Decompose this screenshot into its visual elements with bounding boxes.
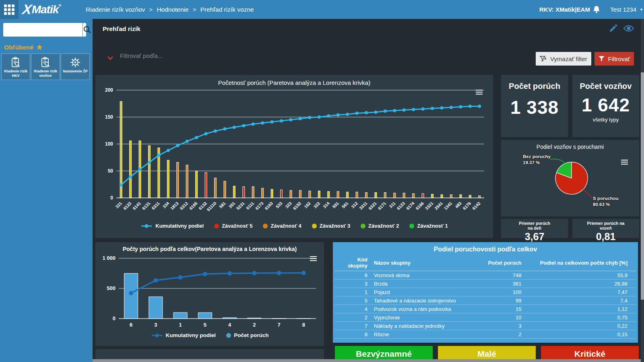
wagon-share-pie-panel: Podiel vozňov s poruchami Bez poruchy 19… <box>501 140 639 216</box>
table-cell: 0,22 <box>525 322 637 330</box>
filter-expand-chevron[interactable] <box>107 55 114 62</box>
legend-dot-marker <box>214 224 219 228</box>
user-menu[interactable]: Test 1234 ▼ <box>610 0 643 19</box>
funnel-icon <box>599 56 605 62</box>
pie-slice-percent: 19.37 % <box>523 160 551 166</box>
table-cell: Podvozok vozna a rám podvozka <box>371 305 479 313</box>
risk-clipboard-icon <box>10 56 21 68</box>
wagons-count-title: Počet vozňov <box>572 82 639 91</box>
table-body: 6Voznová skrina74855,93Brzda36126,981Poj… <box>334 271 636 339</box>
legend-item[interactable]: Závažnosť 3 <box>312 223 350 229</box>
avg-failures-per-wagon-card: Priemer porúch na vozeň 0,81 <box>572 219 639 238</box>
svg-text:6176: 6176 <box>462 201 472 211</box>
sidebar-tile-riadenie-riz-k-voz-ov[interactable]: Riadenie rizík vozňov <box>31 53 60 80</box>
vertical-scrollbar-thumb[interactable] <box>641 72 644 300</box>
table-column-header[interactable]: Počet porúch <box>479 255 525 271</box>
table-cell: Voznová skrina <box>371 271 479 280</box>
user-name: Test 1234 <box>610 6 636 13</box>
svg-text:483: 483 <box>454 201 462 209</box>
search-input[interactable] <box>3 23 83 37</box>
legend-item[interactable]: Závažnosť 4 <box>263 223 301 229</box>
svg-text:322: 322 <box>312 201 321 209</box>
legend-item[interactable]: Kumulatívny podiel <box>151 332 216 338</box>
svg-text:3321: 3321 <box>424 201 434 211</box>
notifications-bell-button[interactable] <box>592 5 601 14</box>
svg-text:533: 533 <box>275 201 283 209</box>
svg-text:2541: 2541 <box>433 201 444 211</box>
table-cell: 5 <box>334 296 371 305</box>
search-button[interactable] <box>83 23 92 37</box>
vertical-scrollbar[interactable] <box>641 19 644 362</box>
sidebar-tile-label: Riadenie rizík HKV <box>2 69 30 78</box>
group-share-table-title: Podiel poruchovosti podľa celkov <box>333 242 638 255</box>
table-column-header[interactable]: Kód skupiny <box>334 255 371 271</box>
table-header-row: Kód skupinyNázov skupinyPočet porúchPodi… <box>334 255 636 271</box>
svg-text:323: 323 <box>284 201 293 209</box>
table-cell: 26,98 <box>525 280 637 288</box>
logo-text: Matik <box>32 2 59 18</box>
table-cell: 1,12 <box>525 305 637 313</box>
view-page-button[interactable] <box>623 25 634 34</box>
sidebar-tile-label: Nastavenie ŽP <box>62 69 89 74</box>
breadcrumb-item[interactable]: Prehľad rizík vozne <box>200 6 254 13</box>
table-cell: 0,75 <box>525 313 637 322</box>
clear-filter-label: Vymazať filter <box>550 56 587 62</box>
pie-slice-label: Bez poruchy <box>523 154 551 160</box>
pie-slice-percent: 80.63 % <box>593 202 619 208</box>
app-grid-button[interactable] <box>0 0 19 19</box>
clear-filter-button[interactable]: Vymazať filter <box>536 52 591 66</box>
group-share-table-panel: Podiel poruchovosti podľa celkov Kód sku… <box>333 242 638 343</box>
svg-text:0: 0 <box>110 195 113 201</box>
breadcrumb-separator: > <box>189 6 200 13</box>
svg-text:0: 0 <box>113 315 116 321</box>
table-column-header[interactable]: Podiel na celkovom počte chýb [%] <box>525 255 637 271</box>
apply-filter-button[interactable]: Filtrovať <box>594 52 634 66</box>
search-icon <box>83 25 92 34</box>
table-cell: Náklady a nakladacie jednotky <box>371 322 479 330</box>
table-cell: 2 <box>334 313 371 322</box>
sidebar-tile-riadenie-riz-k-hkv[interactable]: Riadenie rizík HKV <box>1 53 30 80</box>
svg-text:6152: 6152 <box>292 201 302 211</box>
table-cell: Tahadlové a nárazacie ústrojenstvo <box>371 296 479 305</box>
horizontal-scrollbar[interactable] <box>93 359 641 362</box>
legend-item[interactable]: Počet porúch <box>226 332 268 338</box>
svg-text:6122: 6122 <box>122 201 132 211</box>
svg-text:162: 162 <box>303 201 312 209</box>
gear-icon <box>70 56 81 68</box>
grid-icon <box>4 4 15 15</box>
table-cell: 6 <box>334 271 371 280</box>
table-row: 6Voznová skrina74855,9 <box>334 271 636 280</box>
legend-item[interactable]: Závažnosť 1 <box>409 223 448 229</box>
table-row: 1Pojazd1007,47 <box>334 288 636 296</box>
table-cell: 7,47 <box>525 288 637 296</box>
pareto-failures-chart: 0501001502003216122614161316311334181363… <box>99 85 490 224</box>
pie-label-no-failure: Bez poruchy 19.37 % <box>523 154 551 166</box>
chevron-down-icon: ▼ <box>640 8 643 12</box>
legend-item[interactable]: Závažnosť 5 <box>214 223 252 229</box>
svg-text:7: 7 <box>278 322 281 328</box>
star-icon: ★ <box>36 43 42 51</box>
legend-item[interactable]: Kumulatívny podiel <box>140 223 204 229</box>
failures-count-card: Počet porúch 1 338 <box>501 75 568 137</box>
svg-text:321: 321 <box>114 201 123 209</box>
legend-label: Závažnosť 4 <box>270 223 301 229</box>
breadcrumb-item[interactable]: Hodnotenie <box>157 6 188 13</box>
svg-text:1: 1 <box>179 322 182 328</box>
app-logo[interactable]: XMatik® <box>23 2 61 18</box>
filter-input-placeholder[interactable]: Filtrovať podľa... <box>120 53 163 59</box>
table-column-header[interactable]: Názov skupiny <box>371 255 479 271</box>
sidebar-tile-nastavenie-p[interactable]: Nastavenie ŽP <box>61 53 90 80</box>
top-bar: XMatik® Riadenie rizík vozňov>Hodnotenie… <box>0 0 644 19</box>
eye-icon <box>623 25 634 32</box>
svg-text:1813: 1813 <box>169 201 180 211</box>
breadcrumb-item[interactable]: Riadenie rizík vozňov <box>86 6 145 13</box>
wagons-count-subtitle: všetky typy <box>572 117 639 123</box>
edit-page-button[interactable] <box>609 23 618 35</box>
svg-text:50: 50 <box>108 168 114 174</box>
table-row: 4Podvozok vozna a rám podvozka151,12 <box>334 305 636 313</box>
table-cell: 55,9 <box>525 271 637 280</box>
legend-item[interactable]: Závažnosť 2 <box>361 223 399 229</box>
avg-failures-per-day-card: Priemer porúch na deň 3,67 <box>501 219 568 238</box>
svg-text:312: 312 <box>350 201 359 209</box>
wagons-count-card: Počet vozňov 1 642 všetky typy <box>572 75 639 137</box>
